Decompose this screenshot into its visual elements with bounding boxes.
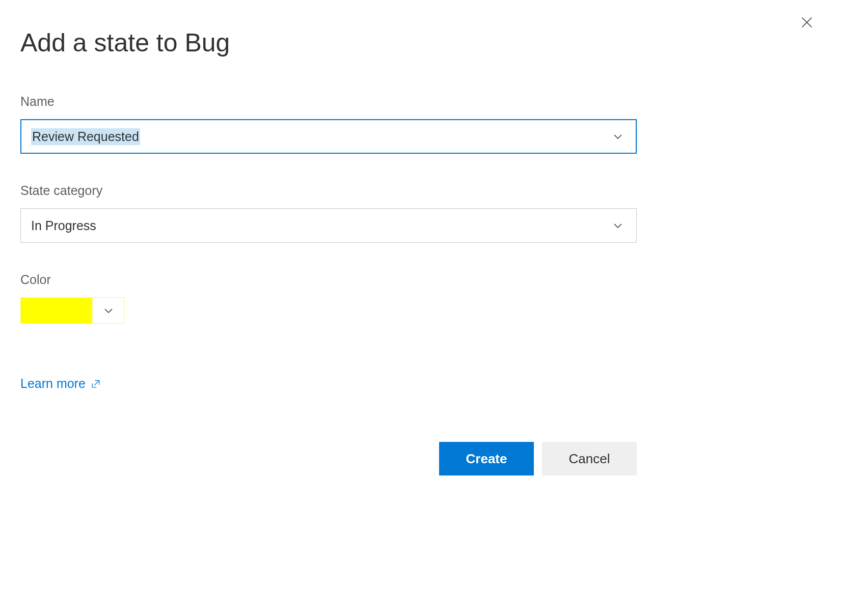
cancel-button[interactable]: Cancel: [542, 442, 637, 475]
name-dropdown-toggle[interactable]: [610, 126, 626, 147]
name-input[interactable]: Review Requested: [20, 119, 637, 154]
name-label: Name: [20, 94, 821, 109]
dialog-title: Add a state to Bug: [20, 28, 821, 58]
category-label: State category: [20, 183, 821, 198]
close-icon: [800, 15, 814, 30]
dialog-button-row: Create Cancel: [20, 442, 637, 475]
name-value: Review Requested: [31, 128, 140, 145]
category-dropdown-toggle[interactable]: [610, 215, 626, 236]
color-swatch: [21, 298, 92, 323]
color-label: Color: [20, 272, 821, 287]
chevron-down-icon: [102, 304, 115, 317]
color-dropdown-toggle[interactable]: [92, 298, 124, 323]
chevron-down-icon: [612, 130, 624, 143]
create-button[interactable]: Create: [439, 442, 534, 475]
external-link-icon: [91, 379, 101, 389]
close-button[interactable]: [796, 11, 818, 35]
name-field-group: Name Review Requested: [20, 94, 821, 154]
svg-line-2: [94, 380, 99, 385]
learn-more-link[interactable]: Learn more: [20, 376, 101, 391]
chevron-down-icon: [612, 219, 624, 232]
color-picker[interactable]: [20, 297, 124, 324]
category-select[interactable]: In Progress: [20, 208, 637, 243]
color-field-group: Color: [20, 272, 821, 324]
add-state-dialog: Add a state to Bug Name Review Requested…: [20, 20, 821, 475]
learn-more-label: Learn more: [20, 376, 86, 391]
category-value: In Progress: [31, 218, 610, 233]
category-field-group: State category In Progress: [20, 183, 821, 243]
